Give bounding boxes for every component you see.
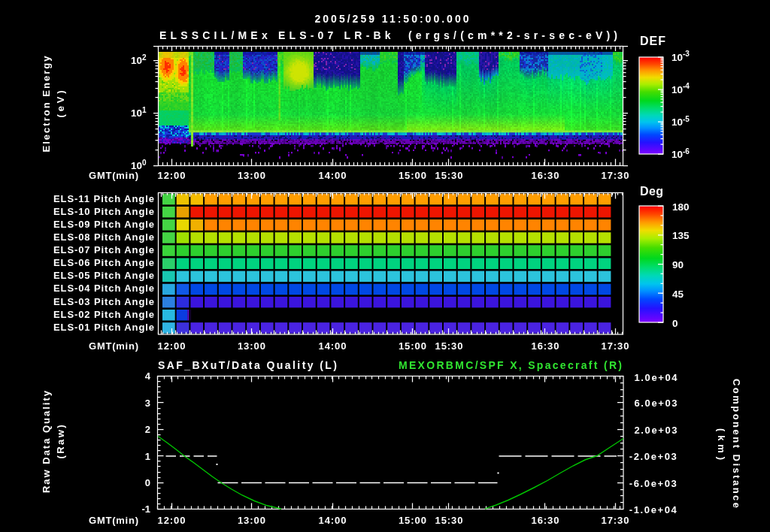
svg-text:14:00: 14:00 bbox=[319, 340, 347, 352]
svg-text:Deg: Deg bbox=[640, 185, 663, 198]
svg-text:102: 102 bbox=[131, 53, 147, 67]
svg-text:Raw Data Quality: Raw Data Quality bbox=[41, 390, 52, 493]
svg-text:12:00: 12:00 bbox=[158, 515, 186, 526]
svg-text:0: 0 bbox=[145, 477, 150, 488]
svg-text:SAF_BXuT/Data Quality (L): SAF_BXuT/Data Quality (L) bbox=[158, 359, 337, 371]
svg-text:90: 90 bbox=[672, 259, 684, 271]
svg-text:2.0e+03: 2.0e+03 bbox=[635, 425, 678, 436]
svg-text:ELS-10 Pitch Angle: ELS-10 Pitch Angle bbox=[53, 206, 154, 217]
svg-text:ELS-06 Pitch Angle: ELS-06 Pitch Angle bbox=[53, 257, 154, 268]
svg-text:DEF: DEF bbox=[640, 35, 665, 47]
svg-text:135: 135 bbox=[672, 230, 690, 241]
svg-text:15:00: 15:00 bbox=[399, 170, 426, 181]
svg-text:12:00: 12:00 bbox=[158, 340, 186, 352]
svg-text:16:30: 16:30 bbox=[532, 515, 559, 526]
svg-text:ELS-05 Pitch Angle: ELS-05 Pitch Angle bbox=[53, 270, 154, 281]
svg-text:10-4: 10-4 bbox=[671, 82, 690, 95]
svg-text:ELS-07 Pitch Angle: ELS-07 Pitch Angle bbox=[53, 244, 154, 255]
svg-text:0: 0 bbox=[672, 318, 678, 329]
svg-text:17:30: 17:30 bbox=[602, 170, 629, 181]
svg-text:ELS-02 Pitch Angle: ELS-02 Pitch Angle bbox=[53, 309, 154, 320]
svg-text:13:00: 13:00 bbox=[238, 515, 265, 526]
svg-text:ELS-09 Pitch Angle: ELS-09 Pitch Angle bbox=[53, 219, 154, 230]
svg-text:(km): (km) bbox=[716, 428, 727, 460]
svg-text:6.0e+03: 6.0e+03 bbox=[635, 397, 678, 409]
svg-text:180: 180 bbox=[672, 201, 690, 213]
svg-text:ELSSCIL/MEx ELS-07 LR-Bk (erg: ELSSCIL/MEx ELS-07 LR-Bk (ergs/(cm**2-sr… bbox=[159, 29, 617, 41]
svg-text:1.0e+04: 1.0e+04 bbox=[635, 372, 678, 383]
svg-text:12:00: 12:00 bbox=[158, 170, 186, 181]
svg-text:10-5: 10-5 bbox=[671, 115, 690, 128]
svg-text:ELS-08 Pitch Angle: ELS-08 Pitch Angle bbox=[53, 231, 154, 243]
svg-text:10-6: 10-6 bbox=[671, 147, 690, 161]
svg-text:10-3: 10-3 bbox=[671, 50, 690, 63]
svg-text:-6.0e+03: -6.0e+03 bbox=[629, 478, 677, 489]
svg-text:15:30: 15:30 bbox=[435, 170, 463, 181]
svg-text:15:00: 15:00 bbox=[399, 340, 426, 352]
svg-text:ELS-03 Pitch Angle: ELS-03 Pitch Angle bbox=[53, 296, 154, 307]
svg-text:15:30: 15:30 bbox=[435, 340, 463, 352]
svg-text:-1.0e+04: -1.0e+04 bbox=[629, 504, 678, 515]
svg-text:2: 2 bbox=[145, 424, 150, 435]
svg-text:Component Distance: Component Distance bbox=[731, 379, 742, 508]
svg-text:15:00: 15:00 bbox=[399, 515, 426, 526]
svg-text:101: 101 bbox=[131, 106, 147, 119]
svg-text:13:00: 13:00 bbox=[238, 170, 265, 181]
svg-text:16:30: 16:30 bbox=[532, 340, 559, 352]
svg-text:45: 45 bbox=[672, 289, 684, 300]
svg-text:17:30: 17:30 bbox=[602, 515, 629, 526]
svg-text:1: 1 bbox=[145, 451, 150, 462]
svg-text:16:30: 16:30 bbox=[532, 170, 559, 181]
svg-text:(Raw): (Raw) bbox=[55, 425, 66, 459]
svg-text:14:00: 14:00 bbox=[319, 515, 347, 526]
svg-text:ELS-04 Pitch Angle: ELS-04 Pitch Angle bbox=[53, 283, 154, 294]
svg-text:Electron Energy: Electron Energy bbox=[41, 56, 52, 153]
svg-text:ELS-01 Pitch Angle: ELS-01 Pitch Angle bbox=[53, 322, 154, 333]
svg-text:-2.0e+03: -2.0e+03 bbox=[629, 451, 677, 462]
svg-text:(eV): (eV) bbox=[55, 91, 66, 118]
svg-text:4: 4 bbox=[145, 370, 151, 382]
svg-text:GMT(min): GMT(min) bbox=[89, 170, 138, 181]
svg-text:GMT(min): GMT(min) bbox=[89, 340, 138, 352]
svg-text:14:00: 14:00 bbox=[319, 170, 347, 181]
svg-text:MEXORBMC/SPF X, Spacecraft (R): MEXORBMC/SPF X, Spacecraft (R) bbox=[399, 359, 622, 371]
svg-text:17:30: 17:30 bbox=[602, 340, 629, 352]
svg-text:13:00: 13:00 bbox=[238, 340, 265, 352]
svg-text:15:30: 15:30 bbox=[435, 515, 463, 526]
svg-text:GMT(min): GMT(min) bbox=[89, 515, 138, 526]
svg-text:3: 3 bbox=[145, 397, 150, 409]
svg-text:-1: -1 bbox=[141, 503, 150, 515]
svg-text:ELS-11 Pitch Angle: ELS-11 Pitch Angle bbox=[53, 193, 154, 204]
svg-text:2005/259 11:50:00.000: 2005/259 11:50:00.000 bbox=[315, 13, 469, 25]
